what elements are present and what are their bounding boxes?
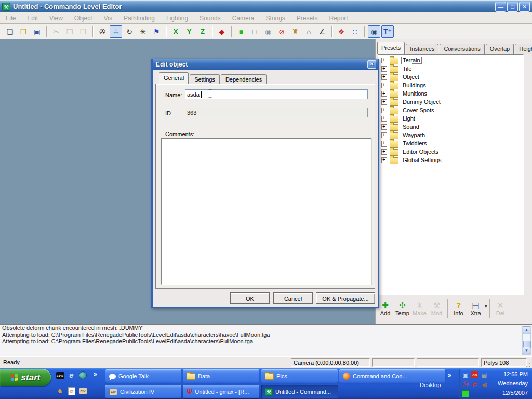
dialog-close-icon[interactable]: ✕	[367, 60, 376, 69]
scroll-down-icon[interactable]: ▼	[523, 347, 530, 354]
menu-file[interactable]: File	[0, 15, 21, 22]
tab-overlap[interactable]: Overlap	[486, 44, 514, 54]
expand-plus-icon[interactable]	[381, 99, 387, 105]
ati-tray-icon[interactable]: ATI	[471, 370, 479, 379]
quicklaunch-civ-icon[interactable]: CIV	[78, 387, 87, 395]
expand-plus-icon[interactable]	[381, 116, 387, 122]
vis-eye-icon[interactable]: ◉	[262, 25, 274, 38]
axis-y-icon[interactable]: Y	[183, 25, 195, 38]
tab-general[interactable]: General	[159, 72, 189, 84]
rgb-squares-icon[interactable]: ∷	[349, 25, 361, 38]
wire-box-icon[interactable]: □	[248, 25, 261, 38]
quicklaunch-overflow-chevron[interactable]: »	[94, 370, 97, 378]
minimize-button[interactable]: —	[495, 2, 506, 12]
task-pics-folder[interactable]: Pics	[261, 369, 338, 383]
save-icon[interactable]: ▣	[31, 25, 43, 38]
tab-heightfield[interactable]: Heightfield	[515, 44, 532, 54]
tree-item-tile[interactable]: Tile	[379, 64, 523, 73]
angle-icon[interactable]: ∠	[316, 25, 328, 38]
cancel-button[interactable]: Cancel	[273, 292, 313, 304]
axis-z-icon[interactable]: Z	[196, 25, 209, 38]
expand-plus-icon[interactable]	[381, 149, 387, 155]
quicklaunch-bf2142-icon[interactable]: 2142	[56, 371, 64, 380]
expand-plus-icon[interactable]	[381, 124, 387, 130]
text-tool-icon[interactable]: T⁺	[381, 25, 394, 38]
mail-tray-icon[interactable]: Ⓜ	[461, 380, 470, 389]
rgb-cubes-icon[interactable]: ❖	[335, 25, 348, 38]
ok-propagate-button[interactable]: OK & Propagate...	[316, 292, 375, 304]
info-button[interactable]: ?Info	[450, 297, 467, 320]
desktop-toolbar-chevron[interactable]: »	[448, 371, 451, 379]
quicklaunch-document-icon[interactable]: @	[67, 387, 76, 395]
expand-plus-icon[interactable]	[381, 141, 387, 147]
task-google-talk[interactable]: Google Talk	[105, 369, 181, 383]
expand-plus-icon[interactable]	[381, 74, 387, 80]
temp-button[interactable]: ✣Temp	[394, 297, 411, 320]
tab-conversations[interactable]: Conversations	[440, 44, 484, 54]
expand-plus-icon[interactable]	[381, 58, 387, 63]
camera-icon[interactable]: ✇	[96, 25, 109, 38]
task-civilization-iv[interactable]: CIV Civilization IV	[105, 385, 181, 398]
walk-icon[interactable]: ✳	[137, 25, 149, 38]
ok-button[interactable]: OK	[230, 292, 270, 304]
tree-item-editor-objects[interactable]: Editor Objects	[379, 148, 523, 156]
tree-item-global-settings[interactable]: Global Settings	[379, 156, 523, 164]
menu-camera[interactable]: Camera	[227, 15, 260, 22]
new-file-icon[interactable]: ❏	[4, 25, 16, 38]
tab-dependencies[interactable]: Dependencies	[221, 74, 267, 84]
stamp-icon[interactable]: ♜	[289, 25, 301, 38]
expand-plus-icon[interactable]	[381, 157, 387, 163]
tab-instances[interactable]: Instances	[406, 44, 438, 54]
tree-item-sound[interactable]: Sound	[379, 123, 523, 131]
menu-view[interactable]: View	[44, 15, 69, 22]
plumb-icon[interactable]: ◆	[216, 25, 228, 38]
xtra-button[interactable]: ▤Xtra	[467, 297, 484, 320]
task-gmax[interactable]: Ψ Untitled - gmax - [R...	[183, 385, 259, 398]
task-command-and-conquer[interactable]: Command and Con...	[339, 369, 445, 383]
start-button[interactable]: start	[0, 369, 51, 386]
orbit-icon[interactable]: ↻	[123, 25, 136, 38]
solid-box-icon[interactable]: ■	[235, 25, 247, 38]
eye-icon[interactable]: ◉	[368, 25, 380, 38]
tree-item-terrain[interactable]: Terrain	[379, 56, 523, 64]
tree-item-twiddlers[interactable]: Twiddlers	[379, 139, 523, 148]
dialog-titlebar[interactable]: Edit object ✕	[153, 59, 378, 70]
menu-report[interactable]: Report	[324, 15, 354, 22]
axis-x-icon[interactable]: X	[169, 25, 182, 38]
menu-vis[interactable]: Vis	[98, 15, 118, 22]
expand-plus-icon[interactable]	[381, 132, 387, 138]
quicklaunch-messenger-icon[interactable]	[78, 371, 87, 380]
window-titlebar[interactable]: ⚒ Untitled - Commando Level Editor — □ ✕	[0, 0, 532, 12]
open-folder-icon[interactable]: ❐	[17, 25, 30, 38]
task-level-editor[interactable]: ⚒ Untitled - Command...	[261, 385, 338, 398]
quicklaunch-game-icon[interactable]: ♞	[56, 387, 64, 395]
tree-item-waypath[interactable]: Waypath	[379, 131, 523, 139]
presets-tree[interactable]: Terrain Tile Object Buildings Munitions …	[378, 54, 524, 294]
tree-item-cover-spots[interactable]: Cover Spots	[379, 106, 523, 114]
xtra-dropdown-icon[interactable]: ▾	[485, 303, 487, 309]
tree-item-munitions[interactable]: Munitions	[379, 89, 523, 98]
close-button[interactable]: ✕	[519, 2, 530, 12]
signal-tray-icon[interactable]	[461, 390, 470, 398]
menu-sounds[interactable]: Sounds	[194, 15, 227, 22]
tree-item-buildings[interactable]: Buildings	[379, 81, 523, 89]
menu-presets[interactable]: Presets	[291, 15, 324, 22]
network-tray-icon[interactable]: ▣	[461, 370, 470, 379]
desktop-toolbar-label[interactable]: Desktop	[420, 382, 441, 388]
comments-field[interactable]	[161, 138, 371, 285]
menu-pathfinding[interactable]: Pathfinding	[118, 15, 161, 22]
tree-item-light[interactable]: Light	[379, 114, 523, 123]
menu-lighting[interactable]: Lighting	[161, 15, 194, 22]
expand-plus-icon[interactable]	[381, 108, 387, 113]
vehicle-icon[interactable]: ⌂	[302, 25, 315, 38]
teapot-icon[interactable]: ☕	[110, 25, 122, 38]
log-scrollbar[interactable]: ▲ ▼	[522, 326, 531, 355]
expand-plus-icon[interactable]	[381, 91, 387, 97]
expand-plus-icon[interactable]	[381, 83, 387, 88]
tab-presets[interactable]: Presets	[377, 42, 405, 54]
tab-settings[interactable]: Settings	[190, 74, 220, 84]
quicklaunch-ie-icon[interactable]: e	[67, 370, 76, 379]
maximize-button[interactable]: □	[507, 2, 518, 12]
menu-strings[interactable]: Strings	[260, 15, 290, 22]
task-data-folder[interactable]: Data	[183, 369, 259, 383]
